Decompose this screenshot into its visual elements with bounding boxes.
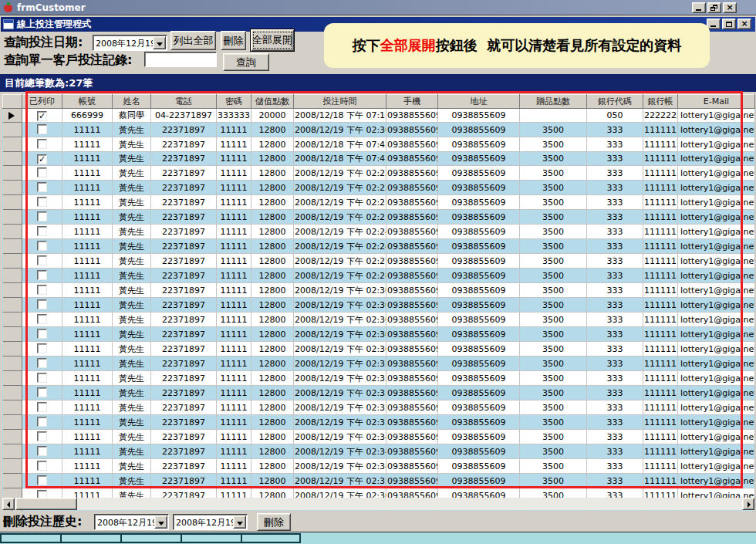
printed-checkbox[interactable] [37,431,47,441]
window-minimize-button[interactable] [692,2,706,13]
cell-bank_code: 333 [587,195,643,210]
printed-checkbox[interactable] [37,299,47,309]
row-selector[interactable] [3,195,22,210]
printed-checkbox[interactable] [37,270,47,280]
row-selector[interactable] [3,400,22,415]
column-header[interactable]: 銀行代碼 [587,95,643,109]
row-selector[interactable] [3,152,22,166]
cell-mobile: 0938855609 [386,313,438,327]
cell-address: 0938855609 [438,269,520,283]
window-titlebar[interactable]: frmCustomer [0,0,756,15]
printed-checkbox[interactable] [37,329,47,339]
row-selector[interactable] [3,415,22,430]
printed-checkbox[interactable] [37,182,47,192]
column-header[interactable]: 地址 [438,95,520,109]
child-maximize-button[interactable] [722,19,736,29]
window-close-button[interactable]: × [723,2,737,13]
printed-checkbox[interactable] [37,139,47,149]
printed-checkbox[interactable] [37,241,47,251]
dropdown-button[interactable] [153,36,166,49]
column-header[interactable]: E-Mail [678,95,755,109]
column-header[interactable]: 投注時間 [294,95,386,109]
printed-checkbox[interactable] [37,167,47,177]
dropdown-button[interactable] [233,515,246,529]
row-selector[interactable] [3,386,22,400]
column-header[interactable]: 銀行帳 [643,95,678,109]
column-header[interactable]: 密碼 [217,95,251,109]
row-selector[interactable] [3,181,22,195]
scroll-left-button[interactable] [2,498,15,510]
child-close-button[interactable]: × [737,19,751,29]
cell-password: 11111 [217,210,251,225]
row-selector[interactable] [3,210,22,225]
printed-checkbox[interactable] [37,475,47,485]
printed-checkbox[interactable] [37,417,47,427]
column-header[interactable]: 手機 [386,95,438,109]
row-selector[interactable] [3,123,22,137]
query-date-combobox[interactable]: 2008年12月19日 [93,35,167,51]
printed-checkbox[interactable] [37,285,47,295]
printed-checkbox[interactable] [37,197,47,207]
row-selector[interactable] [3,225,22,239]
row-selector[interactable] [3,166,22,181]
cell-time: 2008/12/19 下午 02:24 [294,239,386,254]
printed-checkbox[interactable] [37,373,47,383]
row-selector[interactable] [3,474,22,488]
row-selector[interactable] [3,269,22,283]
column-header[interactable]: 贈品點數 [520,95,587,109]
list-all-button[interactable]: 列出全部 [170,31,216,50]
row-selector[interactable] [3,109,22,123]
printed-checkbox[interactable] [37,343,47,353]
row-selector[interactable] [3,444,22,459]
printed-checkbox[interactable] [37,461,47,471]
delete-history-button[interactable]: 刪除 [257,513,291,531]
horizontal-scrollbar[interactable] [2,498,754,510]
row-selector[interactable] [3,137,22,152]
printed-checkbox[interactable] [37,226,47,236]
delete-button[interactable]: 刪除 [221,31,246,50]
printed-checkbox[interactable] [37,211,47,221]
cell-phone: 22371897 [151,181,217,195]
printed-checkbox[interactable] [37,402,47,412]
row-selector[interactable] [3,298,22,313]
cell-printed [22,342,62,356]
row-selector[interactable] [3,342,22,356]
history-to-combobox[interactable]: 2008年12月19日 [173,514,248,530]
query-button[interactable]: 查詢 [223,53,269,71]
history-from-combobox[interactable]: 2008年12月19日 [94,514,169,530]
cell-points: 12800 [251,298,294,313]
printed-checkbox[interactable]: ✓ [37,111,47,121]
scrollbar-thumb[interactable] [15,498,77,510]
printed-checkbox[interactable] [37,387,47,397]
row-selector[interactable] [3,459,22,474]
cell-printed [22,444,62,459]
printed-checkbox[interactable] [37,255,47,265]
printed-checkbox[interactable] [37,314,47,324]
printed-checkbox[interactable] [37,446,47,456]
row-selector[interactable] [3,239,22,254]
column-header[interactable]: 電話 [151,95,217,109]
row-selector[interactable] [3,327,22,342]
expand-all-button[interactable]: 全部展開 [250,29,295,52]
printed-checkbox[interactable]: ✓ [37,154,47,164]
printed-checkbox[interactable] [37,358,47,368]
cell-bank_code: 333 [587,459,643,474]
scroll-right-button[interactable] [742,498,754,510]
cell-gift: 3500 [520,283,587,298]
window-restore-button[interactable] [707,2,721,13]
row-selector[interactable] [3,371,22,386]
row-selector[interactable] [3,430,22,444]
single-query-input[interactable] [144,52,217,67]
printed-checkbox[interactable] [37,124,47,134]
row-selector[interactable] [3,313,22,327]
cell-address: 0938855609 [438,459,520,474]
row-selector[interactable] [3,356,22,371]
row-selector[interactable] [3,254,22,269]
column-header[interactable]: 已列印 [22,95,62,109]
records-grid[interactable]: 已列印帳號姓名電話密碼儲值點數投注時間手機地址贈品點數銀行代碼銀行帳E-Mail… [2,94,754,498]
column-header[interactable]: 帳號 [62,95,113,109]
dropdown-button[interactable] [154,515,167,529]
column-header[interactable]: 姓名 [113,95,151,109]
row-selector[interactable] [3,283,22,298]
column-header[interactable]: 儲值點數 [251,95,294,109]
